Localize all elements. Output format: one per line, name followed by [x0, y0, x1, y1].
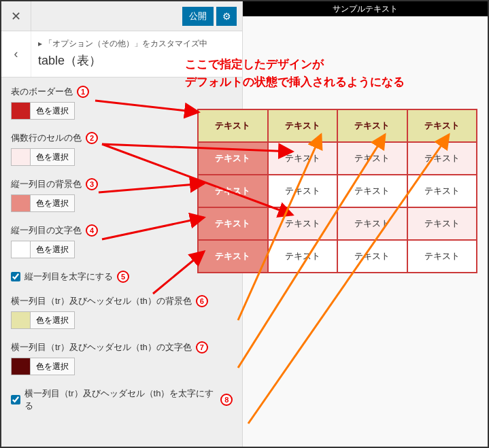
option-label: 縦一列目の背景色	[11, 178, 82, 190]
badge-2: 2	[86, 132, 98, 144]
badge-1: 1	[77, 86, 89, 98]
table-header-cell: テキスト	[268, 109, 338, 142]
table-header-cell: テキスト	[198, 109, 268, 142]
table-cell: テキスト	[407, 240, 477, 273]
preview-header: サンプルテキスト	[243, 1, 488, 16]
table-cell: テキスト	[268, 207, 338, 240]
table-firstcol-cell: テキスト	[198, 240, 268, 273]
color-pick-button[interactable]: 色を選択	[30, 311, 75, 329]
table-cell: テキスト	[337, 240, 407, 273]
option-label: 偶数行のセルの色	[11, 132, 82, 144]
color-swatch	[11, 358, 30, 375]
option-header-bold[interactable]: 横一列目（tr）及びヘッダセル（th）を太字にする 8	[11, 387, 233, 412]
badge-8: 8	[220, 394, 233, 406]
color-swatch	[11, 102, 30, 120]
table-firstcol-cell: テキスト	[198, 142, 268, 175]
table-cell: テキスト	[268, 142, 338, 175]
color-swatch	[11, 148, 30, 166]
back-button[interactable]: ‹	[1, 31, 31, 77]
badge-3: 3	[86, 178, 98, 190]
option-label: 横一列目（tr）及びヘッダセル（th）の背景色	[11, 295, 192, 307]
table-firstcol-cell: テキスト	[198, 175, 268, 207]
option-label: 縦一列目の文字色	[11, 224, 82, 237]
publish-button[interactable]: 公開	[182, 7, 214, 26]
table-cell: テキスト	[337, 142, 407, 175]
sidebar-topbar: ✕ 公開 ⚙	[1, 1, 242, 31]
table-row: テキスト テキスト テキスト テキスト	[198, 240, 477, 273]
badge-7: 7	[196, 341, 208, 354]
table-row: テキスト テキスト テキスト テキスト	[198, 142, 477, 175]
color-pick-button[interactable]: 色を選択	[30, 241, 75, 258]
table-header-cell: テキスト	[337, 109, 407, 142]
settings-button[interactable]: ⚙	[216, 7, 237, 26]
table-cell: テキスト	[337, 207, 407, 240]
badge-6: 6	[196, 295, 208, 307]
color-swatch	[11, 311, 30, 329]
table-header-cell: テキスト	[407, 109, 477, 142]
breadcrumb: ▸ 「オプション（その他）」をカスタマイズ中	[38, 38, 235, 50]
table-cell: テキスト	[407, 175, 477, 207]
gear-icon: ⚙	[222, 11, 231, 22]
option-header-bg: 横一列目（tr）及びヘッダセル（th）の背景色 6 色を選択	[11, 295, 233, 329]
table-header-row: テキスト テキスト テキスト テキスト	[198, 109, 477, 142]
checkbox-firstcol-bold[interactable]	[11, 272, 20, 281]
color-pick-button[interactable]: 色を選択	[30, 358, 75, 375]
option-header-text: 横一列目（tr）及びヘッダセル（th）の文字色 7 色を選択	[11, 341, 233, 375]
color-pick-button[interactable]: 色を選択	[30, 194, 75, 212]
checkbox-label: 縦一列目を太字にする	[24, 271, 113, 283]
close-button[interactable]: ✕	[1, 1, 31, 31]
sample-table: テキスト テキスト テキスト テキスト テキスト テキスト テキスト テキスト …	[197, 109, 477, 273]
table-cell: テキスト	[268, 240, 338, 273]
checkbox-label: 横一列目（tr）及びヘッダセル（th）を太字にする	[24, 387, 217, 412]
table-cell: テキスト	[407, 142, 477, 175]
color-pick-button[interactable]: 色を選択	[30, 102, 75, 120]
table-cell: テキスト	[407, 207, 477, 240]
table-firstcol-cell: テキスト	[198, 207, 268, 240]
chevron-left-icon: ‹	[14, 47, 18, 61]
table-row: テキスト テキスト テキスト テキスト	[198, 207, 477, 240]
annotation-text: ここで指定したデザインが デフォルトの状態で挿入されるようになる	[185, 56, 484, 90]
annotation-line-2: デフォルトの状態で挿入されるようになる	[185, 73, 484, 91]
badge-4: 4	[86, 224, 98, 237]
annotation-line-1: ここで指定したデザインが	[185, 56, 484, 73]
badge-5: 5	[117, 271, 129, 283]
color-pick-button[interactable]: 色を選択	[30, 148, 75, 166]
table-row: テキスト テキスト テキスト テキスト	[198, 175, 477, 207]
table-cell: テキスト	[337, 175, 407, 207]
option-label: 表のボーダー色	[11, 86, 73, 98]
checkbox-header-bold[interactable]	[11, 395, 20, 404]
close-icon: ✕	[11, 9, 21, 24]
table-cell: テキスト	[268, 175, 338, 207]
color-swatch	[11, 194, 30, 212]
color-swatch	[11, 241, 30, 258]
option-label: 横一列目（tr）及びヘッダセル（th）の文字色	[11, 341, 192, 354]
